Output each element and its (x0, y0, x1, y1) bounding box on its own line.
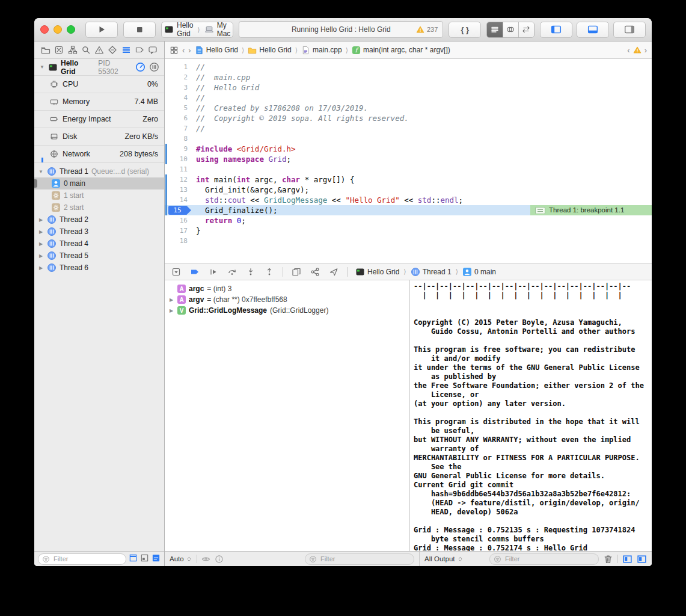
line-number-gutter[interactable]: 14 (165, 195, 192, 205)
issues-badge[interactable]: 237 (416, 25, 438, 34)
info-icon[interactable] (215, 555, 224, 564)
vars-pane-toggle-icon[interactable] (622, 554, 632, 564)
breakpoints-toggle-button[interactable] (189, 266, 200, 277)
minimize-window-button[interactable] (54, 25, 62, 34)
source-editor[interactable]: 1//2// main.cpp3// Hello Grid4//5// Crea… (165, 59, 652, 263)
frames-toggle-icon[interactable] (140, 553, 149, 564)
code-line[interactable]: 8 (165, 134, 652, 144)
tab-test-navigator[interactable] (106, 43, 118, 57)
stack-frame-row[interactable]: 0 main (34, 177, 164, 189)
view-hierarchy-button[interactable] (291, 266, 302, 277)
toggle-inspector-button[interactable] (613, 22, 646, 38)
line-number-gutter[interactable]: 5 (165, 103, 192, 113)
gauge-row-network[interactable]: Network208 bytes/s (34, 145, 164, 163)
variables-view[interactable]: Aargc= (int) 3▶Aargv= (char **) 0x7ffeef… (165, 280, 410, 551)
breadcrumb-item[interactable]: Hello Grid (195, 46, 238, 55)
version-editor-button[interactable] (518, 22, 534, 37)
navigator-filter-input[interactable] (52, 555, 122, 563)
step-over-button[interactable] (227, 266, 237, 277)
next-issue-button[interactable]: › (645, 46, 647, 55)
console-pane-toggle-icon[interactable] (637, 554, 647, 564)
thread-row[interactable]: ▼Thread 1Queue:...d (serial) (34, 165, 164, 177)
toggle-debug-area-button[interactable] (577, 22, 609, 38)
variable-row[interactable]: ▶VGrid::GridLogMessage(Grid::GridLogger) (165, 305, 409, 316)
disclosure-triangle[interactable]: ▶ (38, 217, 44, 223)
stop-button[interactable] (123, 22, 156, 38)
tab-debug-navigator[interactable] (120, 43, 132, 57)
zoom-window-button[interactable] (67, 25, 75, 34)
debug-breadcrumb-item[interactable]: 0 main (462, 267, 496, 277)
variable-row[interactable]: ▶Aargv= (char **) 0x7ffeefbff568 (165, 294, 409, 305)
disclosure-triangle[interactable]: ▶ (38, 229, 44, 235)
code-line[interactable]: 12int main(int argc, char * argv[]) { (165, 174, 652, 185)
continue-button[interactable] (208, 266, 219, 277)
tab-issue-navigator[interactable] (93, 43, 105, 57)
gauge-row-disk[interactable]: DiskZero KB/s (34, 128, 164, 145)
scheme-selector[interactable]: Hello Grid ⟩ My Mac (161, 22, 233, 38)
disclosure-triangle[interactable]: ▶ (168, 308, 174, 313)
code-line[interactable]: 1// (165, 62, 652, 72)
previous-issue-button[interactable]: ‹ (627, 46, 629, 55)
line-number-gutter[interactable]: 16 (165, 215, 192, 226)
code-line[interactable]: 7// (165, 123, 652, 134)
line-number-gutter[interactable]: 17 (165, 226, 192, 236)
assistant-editor-button[interactable] (503, 22, 518, 37)
stacked-toggle-icon[interactable] (152, 553, 161, 564)
debug-breadcrumb-item[interactable]: Thread 1 (411, 267, 452, 277)
tab-report-navigator[interactable] (147, 43, 159, 57)
gauge-row-memory[interactable]: Memory7.4 MB (34, 93, 164, 110)
thread-row[interactable]: ▶Thread 5 (34, 250, 164, 262)
breadcrumb-item[interactable]: main.cpp (301, 46, 342, 55)
step-out-button[interactable] (264, 266, 275, 277)
run-button[interactable] (85, 22, 118, 38)
tab-breakpoint-navigator[interactable] (133, 43, 145, 57)
pause-indicator-icon[interactable] (149, 62, 159, 72)
location-button[interactable] (328, 266, 339, 277)
breadcrumb-item[interactable]: Hello Grid (248, 46, 291, 55)
stack-frame-row[interactable]: 1 start (34, 189, 164, 202)
line-number-gutter[interactable]: 12 (165, 174, 192, 185)
variables-scope-dropdown[interactable]: Auto (170, 555, 192, 562)
line-number-gutter[interactable]: 8 (165, 134, 192, 144)
code-line[interactable]: 6// Copyright © 2019 sopa. All rights re… (165, 113, 652, 123)
breakpoint-instruction-pointer[interactable]: 15 (168, 206, 191, 215)
tab-project-navigator[interactable] (40, 43, 52, 57)
warning-icon[interactable] (633, 46, 642, 54)
code-line[interactable]: 11 (165, 164, 652, 174)
line-number-gutter[interactable]: 9 (165, 144, 192, 154)
process-row[interactable]: ▼ Hello Grid PID 55302 (34, 59, 164, 75)
line-number-gutter[interactable]: 2 (165, 72, 192, 82)
console-output[interactable]: --|--|--|--|--|--|--|--|--|--|--|--|--|-… (410, 280, 652, 551)
line-number-gutter[interactable]: 15 (165, 205, 192, 215)
thread-row[interactable]: ▶Thread 6 (34, 262, 164, 274)
step-into-button[interactable] (245, 266, 256, 277)
variable-row[interactable]: Aargc= (int) 3 (165, 283, 409, 294)
forward-button[interactable]: › (188, 46, 191, 55)
gauge-row-energy-impact[interactable]: Energy ImpactZero (34, 110, 164, 128)
console-filter-input[interactable] (504, 555, 595, 563)
back-button[interactable]: ‹ (182, 46, 185, 55)
standard-editor-button[interactable] (487, 22, 502, 37)
exception-toggle-icon[interactable] (129, 553, 138, 564)
line-number-gutter[interactable]: 13 (165, 185, 192, 195)
variables-filter-input[interactable] (319, 555, 410, 563)
trash-icon[interactable] (603, 554, 613, 564)
line-number-gutter[interactable]: 18 (165, 236, 192, 246)
toggle-navigator-button[interactable] (540, 22, 572, 38)
stack-frame-row[interactable]: 2 start (34, 202, 164, 214)
gauge-indicator-icon[interactable] (135, 62, 145, 72)
disclosure-triangle[interactable]: ▶ (168, 297, 174, 303)
close-window-button[interactable] (40, 25, 49, 34)
disclosure-triangle[interactable]: ▼ (39, 64, 45, 70)
line-number-gutter[interactable]: 11 (165, 164, 192, 174)
disclosure-triangle[interactable]: ▶ (38, 265, 44, 271)
line-number-gutter[interactable]: 6 (165, 113, 192, 123)
code-line[interactable]: 15 Grid_finalize();Thread 1: breakpoint … (165, 205, 652, 215)
hide-debug-area-button[interactable] (171, 266, 182, 277)
code-line[interactable]: 18 (165, 236, 652, 246)
console-filter-field[interactable] (489, 553, 599, 565)
line-number-gutter[interactable]: 4 (165, 93, 192, 103)
tab-hierarchy-navigator[interactable] (67, 43, 79, 57)
disclosure-triangle[interactable]: ▼ (38, 169, 44, 174)
code-line[interactable]: 14 std::cout << GridLogMessage << "Hello… (165, 195, 652, 205)
